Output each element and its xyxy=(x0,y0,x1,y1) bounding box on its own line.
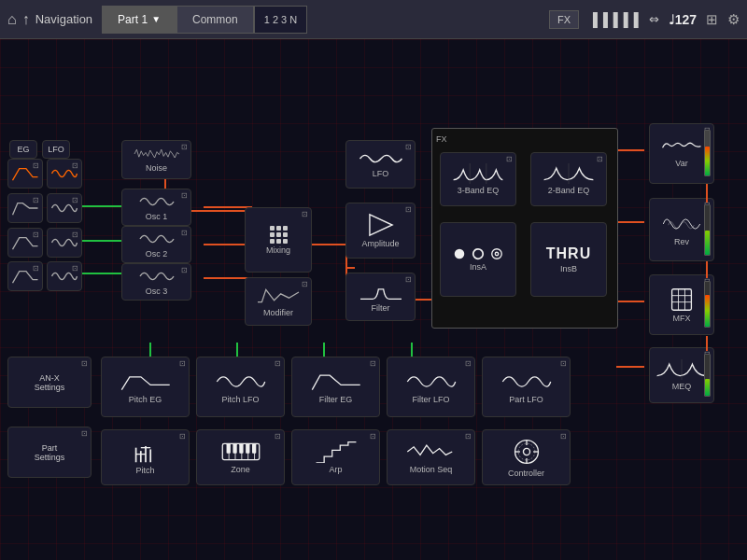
lfo-wave1[interactable]: ⊡ xyxy=(47,159,82,189)
tab-part1[interactable]: Part 1 ▼ xyxy=(102,6,176,34)
corner-icon5: ⊡ xyxy=(72,161,78,170)
filter-lfo-module[interactable]: ⊡ Filter LFO xyxy=(387,357,475,417)
ctrl-corner: ⊡ xyxy=(560,432,567,441)
rev-vol-bar xyxy=(704,204,711,256)
pitch-lfo-module[interactable]: ⊡ Pitch LFO xyxy=(196,357,285,417)
amplitude-module[interactable]: ⊡ Amplitude xyxy=(345,203,416,259)
meq-module[interactable]: ⊡ MEQ xyxy=(649,347,714,403)
tab-common[interactable]: Common xyxy=(176,6,254,34)
conn-var-down xyxy=(706,184,708,203)
corner-icon8: ⊡ xyxy=(72,264,78,273)
mixing-dots xyxy=(270,226,288,244)
midi-icon: ⇔ xyxy=(649,12,659,26)
motion-seq-module[interactable]: ⊡ Motion Seq xyxy=(387,429,475,485)
lfo-center-module[interactable]: ⊡ LFO xyxy=(345,140,416,189)
dropdown-arrow: ▼ xyxy=(151,14,161,24)
conn-fx-meq xyxy=(616,366,644,368)
up-icon[interactable]: ↑ xyxy=(22,11,30,28)
osc3-module[interactable]: ⊡ Osc 3 xyxy=(121,263,191,301)
insa-module[interactable]: InsA xyxy=(440,222,516,297)
eg-wave1[interactable]: ⊡ xyxy=(7,159,43,189)
svg-rect-28 xyxy=(239,443,243,453)
osc2-module[interactable]: ⊡ Osc 2 xyxy=(121,226,191,263)
mixing-corner: ⊡ xyxy=(302,210,308,218)
noise-corner: ⊡ xyxy=(181,143,188,151)
topbar-right: FX ▐▐▐▐▐ ⇔ ♩127 ⊞ ⚙ xyxy=(549,10,740,29)
noise-module[interactable]: ⊡ Noise xyxy=(121,140,191,179)
osc1-corner: ⊡ xyxy=(181,191,188,200)
pitch-eg-corner: ⊡ xyxy=(179,359,186,368)
nav-section: ⌂ ↑ Navigation xyxy=(7,11,92,28)
zone-corner: ⊡ xyxy=(275,432,281,441)
filter-module[interactable]: ⊡ Filter xyxy=(345,273,416,321)
fx-button[interactable]: FX xyxy=(549,10,579,29)
conn-fx-rev xyxy=(616,221,644,223)
lfo-center-corner: ⊡ xyxy=(405,143,412,151)
eq2-module[interactable]: ⊡ 2-Band EQ xyxy=(530,152,607,206)
osc3-corner: ⊡ xyxy=(181,266,188,274)
motion-corner: ⊡ xyxy=(465,432,472,441)
corner-icon4: ⊡ xyxy=(33,264,39,273)
bpm-display: ♩127 xyxy=(669,12,697,27)
pitch-corner: ⊡ xyxy=(179,432,186,441)
ps-corner: ⊡ xyxy=(81,429,88,438)
corner-icon7: ⊡ xyxy=(72,231,78,239)
svg-point-5 xyxy=(473,249,484,259)
home-icon[interactable]: ⌂ xyxy=(7,11,17,28)
grid-button[interactable]: ⊞ xyxy=(706,11,718,28)
osc2-corner: ⊡ xyxy=(181,229,188,237)
part-settings-module[interactable]: ⊡ Part Settings xyxy=(7,427,92,478)
modifier-corner: ⊡ xyxy=(302,280,308,288)
insb-module[interactable]: THRU InsB xyxy=(530,222,607,297)
svg-point-6 xyxy=(492,249,502,259)
arp-corner: ⊡ xyxy=(370,432,376,441)
lfo-wave2[interactable]: ⊡ xyxy=(47,193,82,223)
conn-fx-mfx xyxy=(616,301,644,302)
osc1-module[interactable]: ⊡ Osc 1 xyxy=(121,189,191,226)
filter-eg-module[interactable]: ⊡ Filter EG xyxy=(291,357,380,417)
zone-module[interactable]: ⊡ Zone xyxy=(196,429,285,485)
svg-rect-29 xyxy=(246,443,249,453)
pitch-module[interactable]: ⊡ Pitch xyxy=(101,429,190,485)
filter-lfo-corner: ⊡ xyxy=(465,359,472,368)
rev-module[interactable]: ⊡ Rev xyxy=(649,198,714,261)
filter-corner: ⊡ xyxy=(405,275,412,284)
mixing-module[interactable]: ⊡ Mixing xyxy=(245,207,312,273)
eg-wave4[interactable]: ⊡ xyxy=(7,261,43,291)
conn-fx-var xyxy=(616,149,644,151)
amp-corner: ⊡ xyxy=(405,205,412,214)
conn-mfx-down xyxy=(706,336,708,351)
anx-module[interactable]: ⊡ AN-X Settings xyxy=(7,357,92,408)
pitch-lfo-corner: ⊡ xyxy=(275,359,281,368)
main-area: EG LFO ⊡ ⊡ ⊡ ⊡ ⊡ ⊡ ⊡ ⊡ ⊡ Noise xyxy=(0,39,747,560)
svg-point-7 xyxy=(495,252,499,256)
mfx-module[interactable]: ⊡ MFX xyxy=(649,274,714,335)
pitch-eg-module[interactable]: ⊡ Pitch EG xyxy=(101,357,190,417)
var-module[interactable]: ⊡ Var xyxy=(649,123,714,184)
controller-module[interactable]: ⊡ Controller xyxy=(482,429,571,485)
conn-rev-down xyxy=(706,261,708,278)
part-lfo-module[interactable]: ⊡ Part LFO xyxy=(482,357,571,417)
nav-label: Navigation xyxy=(35,12,92,26)
eg-wave3[interactable]: ⊡ xyxy=(7,228,43,258)
svg-point-33 xyxy=(523,448,529,455)
eg-label: EG xyxy=(9,140,37,159)
lfo-wave4[interactable]: ⊡ xyxy=(47,261,82,291)
modifier-module[interactable]: ⊡ Modifier xyxy=(245,277,312,326)
svg-rect-30 xyxy=(252,443,256,453)
svg-rect-26 xyxy=(226,443,230,453)
settings-button[interactable]: ⚙ xyxy=(727,11,740,28)
eq3-corner: ⊡ xyxy=(506,155,513,163)
svg-marker-0 xyxy=(369,215,391,235)
svg-point-4 xyxy=(455,249,465,259)
lfo-wave3[interactable]: ⊡ xyxy=(47,228,82,258)
anx-corner: ⊡ xyxy=(81,359,88,368)
part-lfo-corner: ⊡ xyxy=(560,359,567,368)
topbar: ⌂ ↑ Navigation Part 1 ▼ Common 1 2 3 N F… xyxy=(0,0,747,39)
tab-nums[interactable]: 1 2 3 N xyxy=(254,6,307,34)
eg-wave2[interactable]: ⊡ xyxy=(7,193,43,223)
arp-module[interactable]: ⊡ Arp xyxy=(291,429,380,485)
svg-point-32 xyxy=(518,443,535,460)
meq-vol-bar xyxy=(704,354,711,397)
eq3-module[interactable]: ⊡ 3-Band EQ xyxy=(440,152,516,206)
